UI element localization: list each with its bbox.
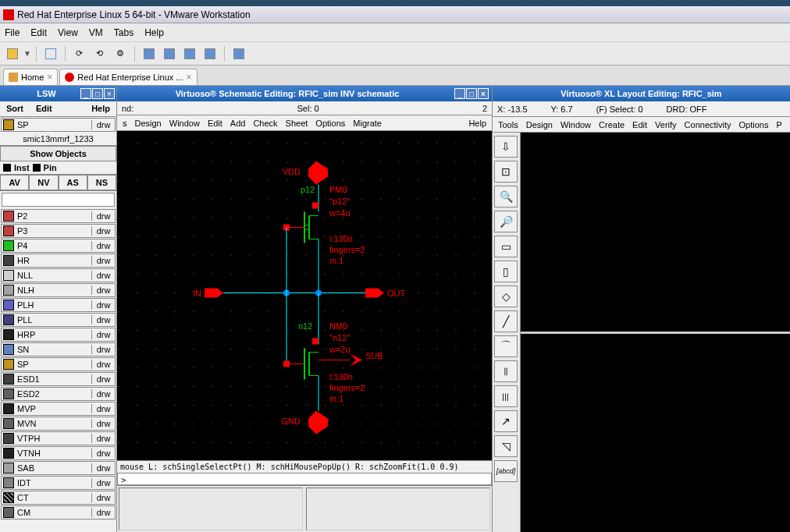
layer-row[interactable]: CMdrw [1,505,116,520]
lsw-current-layer[interactable]: SP drw [1,118,116,132]
tab-rhel[interactable]: Red Hat Enterprise Linux ... × [59,69,197,85]
layer-row[interactable]: HRPdrw [1,328,116,342]
lay-menu-connectivity[interactable]: Connectivity [681,120,735,129]
menu-edit[interactable]: Edit [30,27,47,38]
schematic-minimize-icon[interactable]: _ [454,88,465,99]
lsw-menu-edit[interactable]: Edit [30,101,59,116]
lay-menu-tools[interactable]: Tools [494,120,522,129]
lay-menu-p[interactable]: P [772,120,785,129]
layer-row[interactable]: SABdrw [1,461,116,475]
layer-row[interactable]: P3drw [1,224,116,238]
sch-menu-migrate[interactable]: Migrate [349,119,386,128]
layer-row[interactable]: SPdrw [1,357,116,371]
tool-button-2[interactable]: ⟲ [91,44,109,63]
tool-label-icon[interactable]: [abcd] [494,460,518,482]
lay-menu-verify[interactable]: Verify [651,120,681,129]
lay-menu-window[interactable]: Window [557,120,595,129]
lay-menu-edit[interactable]: Edit [628,120,651,129]
schematic-maximize-icon[interactable]: □ [466,88,477,99]
snapshot-button[interactable] [41,44,60,63]
av-button[interactable]: AV [0,175,29,190]
layer-row[interactable]: HRdrw [1,254,116,268]
lay-menu-options[interactable]: Options [735,120,773,129]
lsw-minimize-icon[interactable]: _ [80,88,91,99]
layer-row[interactable]: PLLdrw [1,313,116,327]
layer-row[interactable]: NLLdrw [1,268,116,282]
tool-stretch-icon[interactable]: ↗ [494,410,518,432]
tab-home-close[interactable]: × [47,72,52,83]
menu-tabs[interactable]: Tabs [114,27,133,38]
fullscreen-button[interactable] [230,44,248,63]
layer-row[interactable]: MVPdrw [1,402,116,416]
layer-row[interactable]: VTPHdrw [1,431,116,445]
tool-rect2-icon[interactable]: ▯ [494,261,518,282]
schematic-command-line[interactable]: > [117,473,492,485]
tool-reshape-icon[interactable]: ◹ [494,435,518,457]
tool-rect-icon[interactable]: ▭ [494,236,518,257]
layout-canvas[interactable] [521,133,790,332]
tool-poly-icon[interactable]: ◇ [494,286,518,307]
sch-menu-check[interactable]: Check [249,119,281,128]
menu-view[interactable]: View [58,27,78,38]
tab-rhel-close[interactable]: × [186,72,191,83]
nv-button[interactable]: NV [29,175,58,190]
sch-menu-edit[interactable]: Edit [204,119,226,128]
lsw-layer-list[interactable]: P2drwP3drwP4drwHRdrwNLLdrwNLHdrwPLHdrwPL… [0,208,116,532]
layer-row[interactable]: SNdrw [1,342,116,356]
menu-vm[interactable]: VM [89,27,103,38]
tool-zoom-out-icon[interactable]: 🔎 [494,211,518,232]
menu-help[interactable]: Help [144,27,164,38]
view-button-3[interactable] [180,44,199,63]
tool-path-icon[interactable]: ╱ [494,310,518,332]
pin-checkbox[interactable] [33,164,41,172]
layout-canvas-2[interactable] [521,334,790,533]
sch-menu-design[interactable]: Design [131,119,165,128]
schematic-canvas[interactable]: VDD p12 PM0 "p12" w=4u l:130n fingers=2 [117,131,492,460]
view-button-4[interactable] [201,44,219,63]
layer-row[interactable]: NLHdrw [1,283,116,297]
tool-button-3[interactable]: ⚙ [111,44,130,63]
tab-rhel-label: Red Hat Enterprise Linux ... [77,73,183,82]
layer-row[interactable]: VTNHdrw [1,446,116,460]
schematic-close-icon[interactable]: × [478,88,489,99]
sch-menu-s[interactable]: s [119,119,131,128]
view-button-2[interactable] [160,44,179,63]
inst-checkbox[interactable] [3,164,11,172]
ns-button[interactable]: NS [87,175,116,190]
lay-menu-create[interactable]: Create [595,120,628,129]
layer-row[interactable]: P2drw [1,209,116,223]
tool-misc2-icon[interactable]: ⫼ [494,385,518,407]
lsw-filter-input[interactable] [2,193,115,207]
lsw-maximize-icon[interactable]: □ [92,88,103,99]
tool-zoom-in-icon[interactable]: 🔍 [494,186,518,207]
lsw-menu-help[interactable]: Help [85,101,116,116]
lay-menu-design[interactable]: Design [522,120,557,129]
sch-menu-sheet[interactable]: Sheet [282,119,312,128]
layer-row[interactable]: ESD1drw [1,372,116,386]
tool-misc1-icon[interactable]: ⫴ [494,360,518,382]
as-button[interactable]: AS [59,175,87,190]
layer-row[interactable]: P4drw [1,239,116,253]
menu-file[interactable]: File [5,27,20,38]
view-button-1[interactable] [140,44,158,63]
tool-save-icon[interactable]: ⇩ [494,136,518,158]
sch-menu-options[interactable]: Options [311,119,349,128]
sch-menu-window[interactable]: Window [165,119,204,128]
tool-arc-icon[interactable]: ⌒ [494,335,518,357]
tool-button-1[interactable]: ⟳ [70,44,89,63]
layer-row[interactable]: IDTdrw [1,476,116,490]
tool-zoom-fit-icon[interactable]: ⊡ [494,161,518,183]
show-objects-button[interactable]: Show Objects [0,146,116,161]
sch-menu-help[interactable]: Help [464,119,490,128]
power-dropdown-icon[interactable]: ▼ [23,49,31,58]
sch-menu-add[interactable]: Add [226,119,250,128]
layer-row[interactable]: CTdrw [1,491,116,505]
layer-row[interactable]: PLHdrw [1,298,116,312]
lsw-menu-sort[interactable]: Sort [0,101,30,116]
power-button[interactable] [3,44,22,63]
lsw-close-icon[interactable]: × [104,88,115,99]
tab-home[interactable]: Home × [3,69,58,85]
layer-purpose: drw [91,434,115,443]
layer-row[interactable]: MVNdrw [1,417,116,431]
layer-row[interactable]: ESD2drw [1,387,116,401]
